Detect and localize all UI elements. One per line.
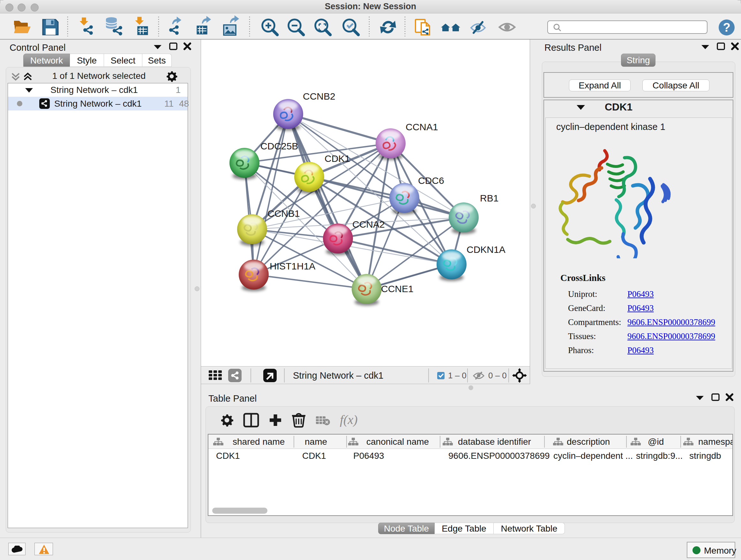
svg-text:HIST1H1A: HIST1H1A [270, 261, 315, 271]
svg-text:CCNE1: CCNE1 [381, 284, 414, 294]
svg-text:CDKN1A: CDKN1A [467, 244, 506, 255]
svg-text:?: ? [723, 21, 730, 34]
svg-text:CDC25B: CDC25B [260, 141, 298, 151]
svg-text:CDC6: CDC6 [418, 175, 444, 186]
svg-text:RB1: RB1 [480, 193, 498, 203]
svg-text:1 – 0: 1 – 0 [448, 371, 467, 380]
svg-text:CCNA2: CCNA2 [352, 219, 385, 230]
svg-text:CCNA1: CCNA1 [406, 122, 438, 132]
svg-text:0 – 0: 0 – 0 [488, 371, 507, 380]
svg-text:CDK1: CDK1 [325, 153, 350, 164]
svg-text:String Network – cdk1: String Network – cdk1 [293, 370, 384, 381]
svg-text:CCNB2: CCNB2 [303, 91, 335, 102]
svg-text:CCNB1: CCNB1 [267, 208, 300, 219]
svg-text:f(x): f(x) [340, 413, 358, 427]
